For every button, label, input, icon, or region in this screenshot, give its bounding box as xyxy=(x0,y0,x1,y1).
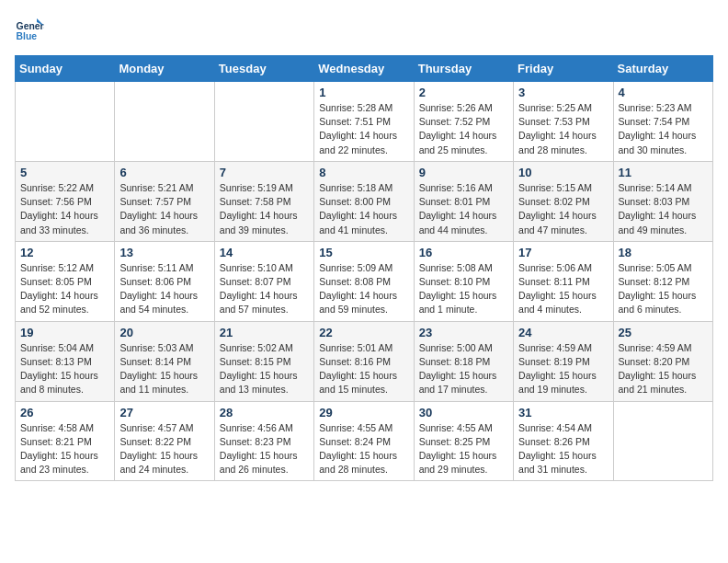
calendar-cell: 25Sunrise: 4:59 AMSunset: 8:20 PMDayligh… xyxy=(613,321,712,401)
weekday-header: Thursday xyxy=(414,56,513,82)
day-info: Sunrise: 5:25 AMSunset: 7:53 PMDaylight:… xyxy=(518,101,608,157)
day-number: 5 xyxy=(20,166,109,179)
day-info: Sunrise: 5:22 AMSunset: 7:56 PMDaylight:… xyxy=(20,181,109,237)
calendar-cell: 13Sunrise: 5:11 AMSunset: 8:06 PMDayligh… xyxy=(115,241,214,321)
calendar-cell: 3Sunrise: 5:25 AMSunset: 7:53 PMDaylight… xyxy=(514,82,613,162)
day-info: Sunrise: 4:57 AMSunset: 8:22 PMDaylight:… xyxy=(119,421,209,477)
day-number: 2 xyxy=(419,86,508,99)
day-info: Sunrise: 5:01 AMSunset: 8:16 PMDaylight:… xyxy=(319,341,408,397)
calendar-cell: 27Sunrise: 4:57 AMSunset: 8:22 PMDayligh… xyxy=(115,401,214,481)
calendar-cell: 6Sunrise: 5:21 AMSunset: 7:57 PMDaylight… xyxy=(115,161,214,241)
calendar-cell: 11Sunrise: 5:14 AMSunset: 8:03 PMDayligh… xyxy=(613,161,712,241)
calendar-cell: 31Sunrise: 4:54 AMSunset: 8:26 PMDayligh… xyxy=(514,401,613,481)
calendar-cell: 19Sunrise: 5:04 AMSunset: 8:13 PMDayligh… xyxy=(16,321,115,401)
calendar-cell: 7Sunrise: 5:19 AMSunset: 7:58 PMDaylight… xyxy=(214,161,313,241)
day-number: 28 xyxy=(220,406,309,419)
day-number: 1 xyxy=(319,86,408,99)
calendar-cell xyxy=(214,82,313,162)
day-info: Sunrise: 5:06 AMSunset: 8:11 PMDaylight:… xyxy=(518,261,608,317)
calendar-header-row: SundayMondayTuesdayWednesdayThursdayFrid… xyxy=(16,56,713,82)
day-number: 23 xyxy=(419,326,508,339)
calendar-cell: 4Sunrise: 5:23 AMSunset: 7:54 PMDaylight… xyxy=(613,82,712,162)
day-number: 13 xyxy=(119,246,209,259)
calendar-cell: 9Sunrise: 5:16 AMSunset: 8:01 PMDaylight… xyxy=(414,161,513,241)
calendar-cell: 15Sunrise: 5:09 AMSunset: 8:08 PMDayligh… xyxy=(314,241,414,321)
day-number: 29 xyxy=(319,406,408,419)
day-number: 3 xyxy=(518,86,608,99)
calendar-cell xyxy=(613,401,712,481)
day-number: 25 xyxy=(619,326,708,339)
calendar-cell: 2Sunrise: 5:26 AMSunset: 7:52 PMDaylight… xyxy=(414,82,513,162)
day-info: Sunrise: 4:59 AMSunset: 8:20 PMDaylight:… xyxy=(619,341,708,397)
day-info: Sunrise: 5:19 AMSunset: 7:58 PMDaylight:… xyxy=(220,181,309,237)
day-info: Sunrise: 5:11 AMSunset: 8:06 PMDaylight:… xyxy=(119,261,209,317)
day-number: 19 xyxy=(20,326,109,339)
calendar-cell: 12Sunrise: 5:12 AMSunset: 8:05 PMDayligh… xyxy=(16,241,115,321)
calendar-cell: 5Sunrise: 5:22 AMSunset: 7:56 PMDaylight… xyxy=(16,161,115,241)
day-info: Sunrise: 4:55 AMSunset: 8:24 PMDaylight:… xyxy=(319,421,408,477)
calendar-week-row: 26Sunrise: 4:58 AMSunset: 8:21 PMDayligh… xyxy=(16,401,713,481)
weekday-header: Monday xyxy=(115,56,214,82)
calendar-cell: 22Sunrise: 5:01 AMSunset: 8:16 PMDayligh… xyxy=(314,321,414,401)
day-info: Sunrise: 4:55 AMSunset: 8:25 PMDaylight:… xyxy=(419,421,508,477)
day-info: Sunrise: 5:23 AMSunset: 7:54 PMDaylight:… xyxy=(619,101,708,157)
weekday-header: Friday xyxy=(514,56,613,82)
day-info: Sunrise: 4:59 AMSunset: 8:19 PMDaylight:… xyxy=(518,341,608,397)
calendar-cell: 14Sunrise: 5:10 AMSunset: 8:07 PMDayligh… xyxy=(214,241,313,321)
day-info: Sunrise: 5:02 AMSunset: 8:15 PMDaylight:… xyxy=(220,341,309,397)
day-number: 12 xyxy=(20,246,109,259)
svg-text:Blue: Blue xyxy=(17,31,38,41)
day-number: 9 xyxy=(419,166,508,179)
day-number: 30 xyxy=(419,406,508,419)
day-info: Sunrise: 5:26 AMSunset: 7:52 PMDaylight:… xyxy=(419,101,508,157)
weekday-header: Wednesday xyxy=(314,56,414,82)
day-number: 21 xyxy=(220,326,309,339)
day-info: Sunrise: 5:04 AMSunset: 8:13 PMDaylight:… xyxy=(20,341,109,397)
calendar-cell: 8Sunrise: 5:18 AMSunset: 8:00 PMDaylight… xyxy=(314,161,414,241)
weekday-header: Tuesday xyxy=(214,56,313,82)
calendar-cell: 26Sunrise: 4:58 AMSunset: 8:21 PMDayligh… xyxy=(16,401,115,481)
day-info: Sunrise: 5:05 AMSunset: 8:12 PMDaylight:… xyxy=(619,261,708,317)
calendar-cell: 24Sunrise: 4:59 AMSunset: 8:19 PMDayligh… xyxy=(514,321,613,401)
day-number: 11 xyxy=(619,166,708,179)
day-info: Sunrise: 4:58 AMSunset: 8:21 PMDaylight:… xyxy=(20,421,109,477)
day-info: Sunrise: 5:00 AMSunset: 8:18 PMDaylight:… xyxy=(419,341,508,397)
day-info: Sunrise: 5:08 AMSunset: 8:10 PMDaylight:… xyxy=(419,261,508,317)
calendar-cell: 23Sunrise: 5:00 AMSunset: 8:18 PMDayligh… xyxy=(414,321,513,401)
calendar-cell xyxy=(16,82,115,162)
weekday-header: Sunday xyxy=(16,56,115,82)
day-info: Sunrise: 4:54 AMSunset: 8:26 PMDaylight:… xyxy=(518,421,608,477)
day-info: Sunrise: 4:56 AMSunset: 8:23 PMDaylight:… xyxy=(220,421,309,477)
calendar-cell: 30Sunrise: 4:55 AMSunset: 8:25 PMDayligh… xyxy=(414,401,513,481)
day-info: Sunrise: 5:28 AMSunset: 7:51 PMDaylight:… xyxy=(319,101,408,157)
day-number: 4 xyxy=(619,86,708,99)
calendar-table: SundayMondayTuesdayWednesdayThursdayFrid… xyxy=(15,55,713,481)
calendar-cell: 1Sunrise: 5:28 AMSunset: 7:51 PMDaylight… xyxy=(314,82,414,162)
day-number: 6 xyxy=(119,166,209,179)
day-info: Sunrise: 5:14 AMSunset: 8:03 PMDaylight:… xyxy=(619,181,708,237)
day-number: 17 xyxy=(518,246,608,259)
day-number: 26 xyxy=(20,406,109,419)
day-info: Sunrise: 5:09 AMSunset: 8:08 PMDaylight:… xyxy=(319,261,408,317)
day-info: Sunrise: 5:21 AMSunset: 7:57 PMDaylight:… xyxy=(119,181,209,237)
calendar-cell: 20Sunrise: 5:03 AMSunset: 8:14 PMDayligh… xyxy=(115,321,214,401)
calendar-cell: 16Sunrise: 5:08 AMSunset: 8:10 PMDayligh… xyxy=(414,241,513,321)
day-number: 15 xyxy=(319,246,408,259)
logo: General Blue xyxy=(15,15,48,44)
calendar-cell: 21Sunrise: 5:02 AMSunset: 8:15 PMDayligh… xyxy=(214,321,313,401)
calendar-cell: 10Sunrise: 5:15 AMSunset: 8:02 PMDayligh… xyxy=(514,161,613,241)
day-info: Sunrise: 5:10 AMSunset: 8:07 PMDaylight:… xyxy=(220,261,309,317)
page-header: General Blue xyxy=(15,15,713,44)
day-info: Sunrise: 5:18 AMSunset: 8:00 PMDaylight:… xyxy=(319,181,408,237)
day-info: Sunrise: 5:03 AMSunset: 8:14 PMDaylight:… xyxy=(119,341,209,397)
day-number: 10 xyxy=(518,166,608,179)
day-info: Sunrise: 5:16 AMSunset: 8:01 PMDaylight:… xyxy=(419,181,508,237)
day-number: 20 xyxy=(119,326,209,339)
day-number: 24 xyxy=(518,326,608,339)
weekday-header: Saturday xyxy=(613,56,712,82)
day-number: 14 xyxy=(220,246,309,259)
calendar-week-row: 5Sunrise: 5:22 AMSunset: 7:56 PMDaylight… xyxy=(16,161,713,241)
day-number: 16 xyxy=(419,246,508,259)
day-number: 31 xyxy=(518,406,608,419)
logo-icon: General Blue xyxy=(15,15,44,44)
